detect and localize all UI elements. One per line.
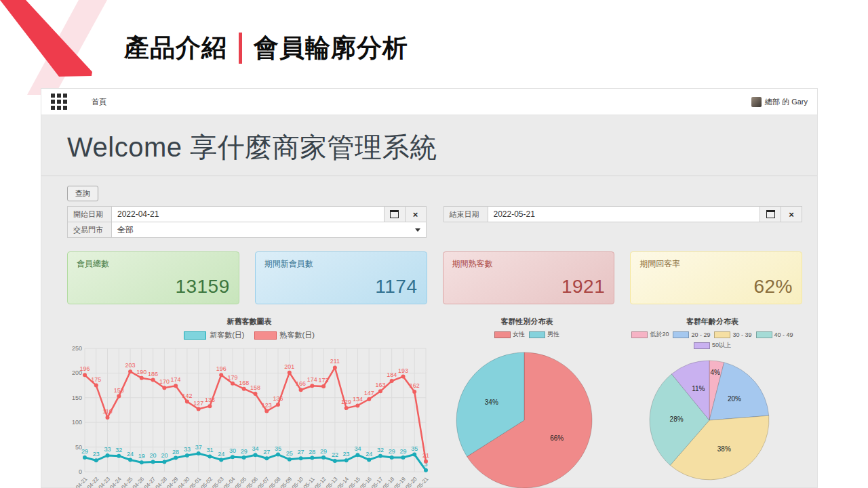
top-navbar: 首頁 總部 的 Gary bbox=[41, 89, 817, 115]
stat-card-label: 期間新會員數 bbox=[264, 258, 418, 270]
svg-text:20: 20 bbox=[150, 452, 157, 459]
svg-text:27: 27 bbox=[263, 449, 270, 455]
store-select-value: 全部 bbox=[117, 224, 134, 236]
svg-text:196: 196 bbox=[216, 365, 226, 372]
stat-card-returning-customers: 期間熟客數 1921 bbox=[443, 251, 615, 304]
legend-swatch bbox=[631, 331, 648, 338]
svg-text:34: 34 bbox=[354, 445, 361, 452]
slide: 產品介紹 會員輪廓分析 首頁 總部 的 Gary Welcome 享什麼商家管理… bbox=[0, 0, 868, 488]
svg-text:133: 133 bbox=[205, 396, 215, 403]
legend-item[interactable]: 男性 bbox=[529, 330, 559, 339]
chart-title: 客群性別分布表 bbox=[501, 317, 553, 327]
chart-title: 新舊客數圖表 bbox=[227, 317, 272, 327]
stat-cards-row: 會員總數 13159 期間新會員數 1174 期間熟客數 1921 期間回客率 … bbox=[67, 251, 802, 304]
start-date-calendar-button[interactable] bbox=[384, 206, 406, 222]
apps-grid-icon[interactable] bbox=[51, 94, 67, 110]
legend-swatch bbox=[756, 331, 772, 338]
svg-text:4%: 4% bbox=[710, 369, 720, 376]
dashboard-content: Welcome 享什麼商家管理系統 查詢 開始日期 × 交易門市 全部 bbox=[41, 115, 817, 488]
legend-label: 熟客數(日) bbox=[280, 330, 315, 340]
chevron-down-icon bbox=[415, 228, 420, 235]
svg-text:174: 174 bbox=[171, 376, 181, 383]
start-date-input[interactable] bbox=[112, 206, 384, 222]
svg-text:28: 28 bbox=[309, 449, 315, 455]
svg-text:29: 29 bbox=[241, 448, 248, 455]
end-date-label: 結束日期 bbox=[443, 206, 488, 222]
legend-label: 40 - 49 bbox=[774, 331, 793, 338]
svg-text:20%: 20% bbox=[728, 395, 741, 403]
svg-text:19: 19 bbox=[138, 453, 145, 460]
svg-text:32: 32 bbox=[115, 447, 122, 453]
svg-text:29: 29 bbox=[399, 448, 406, 455]
line-chart-canvas: 0501001502002502022-04-212022-04-222022-… bbox=[67, 342, 431, 488]
filters-left-column: 開始日期 × 交易門市 全部 bbox=[67, 206, 427, 238]
svg-text:66%: 66% bbox=[550, 434, 564, 442]
legend-swatch bbox=[494, 331, 511, 338]
svg-text:162: 162 bbox=[410, 382, 420, 389]
legend-item[interactable]: 新客數(日) bbox=[184, 330, 244, 340]
svg-text:24: 24 bbox=[366, 451, 372, 458]
stat-card-value: 13159 bbox=[175, 276, 229, 298]
svg-text:127: 127 bbox=[193, 400, 203, 407]
page-title: Welcome 享什麼商家管理系統 bbox=[67, 129, 802, 166]
legend-item[interactable]: 熟客數(日) bbox=[254, 330, 315, 340]
legend-item[interactable]: 女性 bbox=[494, 330, 525, 339]
svg-text:30: 30 bbox=[229, 447, 236, 454]
svg-text:35: 35 bbox=[411, 445, 418, 452]
start-date-label: 開始日期 bbox=[67, 206, 112, 222]
nav-home-link[interactable]: 首頁 bbox=[92, 97, 106, 107]
svg-text:37: 37 bbox=[195, 444, 202, 451]
brand-logo bbox=[0, 0, 115, 95]
start-date-group: 開始日期 × bbox=[67, 206, 427, 222]
store-select[interactable]: 全部 bbox=[112, 222, 427, 238]
svg-text:136: 136 bbox=[273, 395, 283, 402]
svg-text:11%: 11% bbox=[692, 385, 705, 392]
end-date-input[interactable] bbox=[488, 206, 761, 222]
line-chart-legend: 新客數(日)熟客數(日) bbox=[184, 330, 315, 340]
legend-item[interactable]: 40 - 49 bbox=[756, 330, 793, 339]
new-vs-returning-chart-panel: 新舊客數圖表 新客數(日)熟客數(日) 0501001502002502022-… bbox=[67, 317, 431, 488]
svg-text:33: 33 bbox=[104, 446, 111, 453]
legend-item[interactable]: 50以上 bbox=[694, 341, 731, 350]
age-chart-panel: 客群年齡分布表 低於2020 - 2930 - 3940 - 4950以上 4%… bbox=[623, 317, 802, 488]
svg-text:21: 21 bbox=[422, 452, 429, 459]
stat-card-value: 1174 bbox=[375, 276, 417, 298]
end-date-calendar-button[interactable] bbox=[760, 206, 781, 222]
svg-text:134: 134 bbox=[353, 396, 363, 403]
svg-text:190: 190 bbox=[136, 369, 146, 375]
legend-swatch bbox=[184, 331, 206, 340]
svg-text:23: 23 bbox=[93, 451, 100, 458]
stat-card-new-members: 期間新會員數 1174 bbox=[255, 251, 427, 304]
svg-text:100: 100 bbox=[72, 419, 82, 426]
legend-item[interactable]: 低於20 bbox=[631, 330, 669, 339]
query-button[interactable]: 查詢 bbox=[67, 186, 98, 201]
svg-text:32: 32 bbox=[377, 447, 384, 453]
svg-text:179: 179 bbox=[227, 374, 237, 381]
svg-text:29: 29 bbox=[320, 448, 327, 455]
chart-title: 客群年齡分布表 bbox=[686, 317, 738, 327]
user-name: 總部 的 Gary bbox=[765, 97, 808, 107]
svg-text:29: 29 bbox=[81, 448, 88, 455]
dashboard-screenshot: 首頁 總部 的 Gary Welcome 享什麼商家管理系統 查詢 開始日期 × bbox=[41, 88, 818, 488]
stat-card-label: 期間熟客數 bbox=[452, 258, 606, 270]
svg-text:34: 34 bbox=[252, 445, 258, 452]
start-date-clear-button[interactable]: × bbox=[406, 206, 427, 222]
stat-card-label: 會員總數 bbox=[77, 258, 230, 270]
svg-text:184: 184 bbox=[387, 371, 397, 378]
end-date-clear-button[interactable]: × bbox=[781, 206, 802, 222]
svg-text:20: 20 bbox=[161, 452, 167, 459]
svg-text:23: 23 bbox=[343, 451, 350, 458]
slide-title: 產品介紹 會員輪廓分析 bbox=[124, 31, 408, 65]
svg-text:150: 150 bbox=[72, 394, 82, 401]
svg-text:38%: 38% bbox=[717, 445, 731, 453]
charts-row: 新舊客數圖表 新客數(日)熟客數(日) 0501001502002502022-… bbox=[67, 317, 802, 488]
legend-label: 低於20 bbox=[650, 330, 669, 339]
svg-text:250: 250 bbox=[72, 345, 82, 352]
legend-item[interactable]: 20 - 29 bbox=[673, 330, 710, 339]
user-avatar-image bbox=[751, 97, 762, 107]
stat-card-return-rate: 期間回客率 62% bbox=[630, 251, 802, 304]
legend-item[interactable]: 30 - 39 bbox=[714, 330, 751, 339]
user-menu[interactable]: 總部 的 Gary bbox=[751, 97, 808, 107]
calendar-icon bbox=[390, 210, 399, 218]
svg-text:123: 123 bbox=[262, 402, 272, 409]
